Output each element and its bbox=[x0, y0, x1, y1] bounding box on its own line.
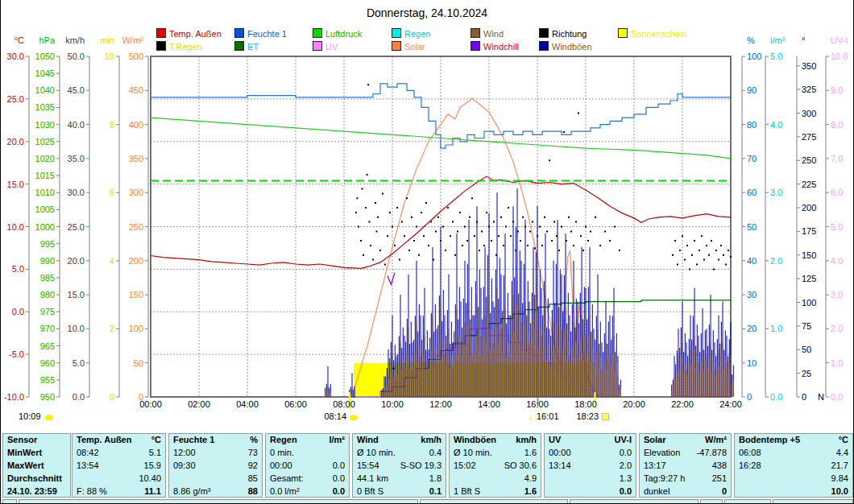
table-cell-value: 0.0 bbox=[333, 460, 345, 473]
axis-tick-label: 1.0 bbox=[831, 359, 854, 368]
line-series-windchill bbox=[388, 273, 395, 285]
sunrise-time-label: 08:14 bbox=[314, 411, 346, 421]
table-cell-value: 438 bbox=[712, 460, 727, 473]
axis-tick-label: 8 bbox=[84, 121, 114, 130]
axis-tick-label: 975 bbox=[24, 308, 55, 316]
axis-tick-label: 0.0 bbox=[831, 393, 854, 402]
table-sensor-column: SensorMinWertMaxWertDurchschnitt24.10. 2… bbox=[2, 433, 71, 498]
axis-tick-label: 300 bbox=[802, 109, 832, 118]
table-column-unit: UV-I bbox=[615, 434, 632, 447]
table-cell-value: 21.7 bbox=[831, 460, 848, 473]
x-axis-label: 24:00 bbox=[713, 400, 748, 409]
axis-tick-label: 4.0 bbox=[770, 121, 801, 130]
table-cell-value: -47.878 bbox=[697, 447, 727, 460]
axis-header-uv: UV-I bbox=[831, 36, 854, 45]
axis-tick-label: -5.0 bbox=[0, 350, 24, 359]
axis-tick-label: 0 bbox=[84, 393, 114, 402]
axis-tick-label: 960 bbox=[24, 359, 55, 368]
table-column-name: Solar bbox=[644, 434, 666, 447]
table-cell-value: 0.0 bbox=[620, 447, 632, 460]
weather-plot-svg bbox=[1, 0, 854, 504]
axis-tick-label: 0.0 bbox=[54, 393, 85, 402]
axis-tick-label: 30.0 bbox=[54, 188, 85, 197]
table-cell-label: 0 min. bbox=[270, 447, 294, 460]
axis-tick-label: 300 bbox=[113, 188, 143, 197]
axis-tick-label: 25 bbox=[802, 370, 832, 378]
axis-tick-label: 5.0 bbox=[770, 52, 801, 61]
table-column-name: Wind bbox=[357, 434, 379, 447]
axis-tick-label: 990 bbox=[24, 257, 55, 266]
axis-tick-label: 980 bbox=[24, 291, 55, 300]
table-cell-label: 08:42 bbox=[77, 447, 99, 460]
table-column-unit: km/h bbox=[421, 434, 442, 447]
axis-tick-label: 1025 bbox=[24, 138, 55, 147]
table-cell-value: S-SO 19.3 bbox=[400, 460, 442, 473]
x-axis-label: 22:00 bbox=[665, 400, 700, 409]
axis-tick-label: 1010 bbox=[24, 188, 55, 197]
axis-tick-label: 5.0 bbox=[54, 359, 85, 368]
axis-tick-label: 4.0 bbox=[831, 257, 854, 266]
axis-tick-label: 250 bbox=[113, 223, 143, 232]
sunset-icon bbox=[602, 413, 609, 420]
axis-tick-label: 50.0 bbox=[54, 52, 85, 61]
axis-tick-label: 90 bbox=[747, 86, 777, 95]
table-cell-value: 10.40 bbox=[139, 473, 161, 485]
axis-header-dir: ° bbox=[802, 36, 832, 45]
statusbar-segment bbox=[570, 499, 699, 503]
axis-tick-label: 50 bbox=[802, 345, 832, 354]
axis-tick-label: 75 bbox=[802, 322, 832, 331]
axis-tick-label: 10.0 bbox=[0, 223, 24, 232]
axis-tick-label: 200 bbox=[113, 257, 143, 266]
x-axis-label: 00:00 bbox=[133, 400, 168, 409]
axis-tick-label: 1045 bbox=[24, 69, 55, 78]
x-axis-label: 02:00 bbox=[181, 400, 217, 409]
table-column-name: Regen bbox=[270, 434, 297, 447]
table-cell-value: 0 bbox=[722, 485, 727, 498]
axis-header-sun: min bbox=[84, 36, 114, 45]
table-cell-value: 1.6 bbox=[524, 485, 537, 498]
table-cell-label: 13:54 bbox=[77, 460, 99, 473]
table-cell-label: 06:08 bbox=[739, 447, 761, 460]
table-cell-value: 1.6 bbox=[524, 447, 537, 460]
axis-tick-label: 2 bbox=[84, 324, 114, 333]
axis-tick-label: 4 bbox=[84, 257, 114, 266]
axis-header-wind: km/h bbox=[54, 36, 85, 45]
x-axis-label: 08:00 bbox=[326, 400, 362, 409]
x-axis-label: 14:00 bbox=[471, 400, 507, 409]
axis-tick-label: 275 bbox=[802, 133, 832, 142]
table-cell-value: 92 bbox=[248, 460, 258, 473]
axis-header-rain: l/m² bbox=[770, 36, 801, 45]
table-cell-value: 4.4 bbox=[836, 447, 848, 460]
table-column-name: Feuchte 1 bbox=[173, 434, 214, 447]
table-cell-value: 1.8 bbox=[429, 473, 442, 485]
table-cell-label: 09:30 bbox=[173, 460, 196, 473]
axis-tick-label: 970 bbox=[24, 324, 55, 333]
x-axis-label: 06:00 bbox=[278, 400, 313, 409]
axis-tick-label: 3.0 bbox=[831, 291, 854, 300]
axis-tick-label: 1050 bbox=[24, 52, 55, 61]
table-column-regen: Regenl/m²0 min.00:000.0Gesamt:0.00.0 l/m… bbox=[265, 433, 350, 498]
axis-tick-label: 125 bbox=[802, 275, 832, 283]
axis-tick-label: 5.0 bbox=[831, 223, 854, 232]
axis-tick-label: 1030 bbox=[24, 121, 55, 130]
axis-header-solar: W/m² bbox=[113, 36, 143, 45]
axis-tick-label: -10.0 bbox=[0, 393, 24, 402]
table-cell-value: 9.84 bbox=[831, 473, 848, 485]
table-column-unit: °C bbox=[151, 434, 161, 447]
table-cell-label: 13:17 bbox=[644, 460, 666, 473]
axis-tick-label: 50 bbox=[113, 359, 143, 368]
axis-tick-label: 30.0 bbox=[0, 52, 24, 61]
table-cell-label: 15:54 bbox=[357, 460, 379, 473]
axis-tick-label: 175 bbox=[802, 227, 832, 236]
table-cell-value: SO 30.6 bbox=[504, 460, 537, 473]
statusbar-segment bbox=[19, 499, 418, 503]
table-cell-value: 73 bbox=[248, 447, 258, 460]
table-row-label: Sensor bbox=[7, 434, 37, 447]
statusbar-segment bbox=[724, 499, 771, 503]
axis-header-pressure: hPa bbox=[24, 36, 55, 45]
x-axis-label: 12:00 bbox=[423, 400, 458, 409]
axis-tick-label: 50 bbox=[747, 223, 777, 232]
table-cell-value: 1.3 bbox=[620, 473, 632, 485]
axis-tick-label: 70 bbox=[747, 155, 777, 163]
table-column-unit: km/h bbox=[516, 434, 537, 447]
